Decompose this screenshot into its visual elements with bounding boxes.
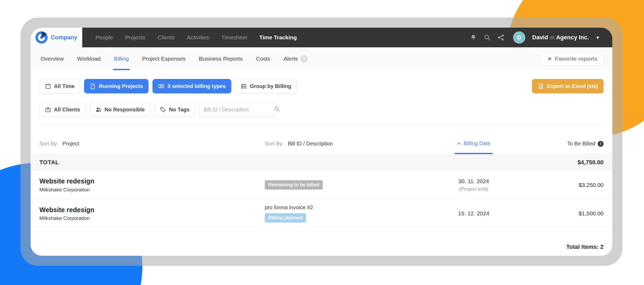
export-to-excel-label: Export to Excel (xls): [547, 83, 598, 89]
sort-by-project[interactable]: Sort By: Project: [39, 141, 265, 154]
billing-date-note: (Project end): [459, 186, 488, 192]
share-icon[interactable]: [498, 34, 505, 41]
favorite-reports-button[interactable]: ★ Favorite reports: [541, 52, 604, 65]
sort-by-bill-id-value: Bill ID / Description: [288, 141, 333, 146]
billing-date-column-label: Billing Date: [464, 140, 490, 146]
table-sort-header: Sort By: Project Sort By: Bill ID / Desc…: [31, 125, 612, 154]
user-avatar[interactable]: D: [513, 31, 525, 44]
bill-search-box: [199, 102, 277, 117]
top-nav-item-projects[interactable]: Projects: [125, 34, 145, 41]
top-nav-item-timesheet[interactable]: Timesheet: [221, 34, 247, 41]
billing-date-value: 15. 12. 2024: [458, 210, 489, 217]
sort-by-billing-date-active[interactable]: Billing Date: [455, 140, 493, 154]
project-name[interactable]: Website redesign: [39, 177, 265, 185]
favorite-reports-label: Favorite reports: [555, 56, 597, 62]
no-tags-label: No Tags: [169, 107, 189, 113]
billing-types-filter-button[interactable]: 3 selected billing types: [152, 79, 231, 93]
user-menu[interactable]: David at Agency Inc.: [532, 34, 589, 41]
total-row-amount: $4,750.00: [577, 159, 604, 166]
table-footer: Total Items: 2: [31, 244, 612, 250]
sort-by-label: Sort By:: [39, 141, 58, 146]
brand-label: Company: [51, 34, 77, 41]
star-icon: ★: [547, 55, 552, 62]
group-by-billing-label: Group by Billing: [250, 83, 291, 89]
section-tabs-bar: Overview Workload Billing Project Expens…: [31, 47, 612, 70]
running-projects-filter-button[interactable]: Running Projects: [84, 79, 148, 93]
sort-by-project-value: Project: [63, 141, 79, 146]
tab-costs[interactable]: Costs: [255, 47, 271, 70]
to-be-billed-header[interactable]: To Be Billed i: [567, 141, 604, 154]
no-tags-filter-button[interactable]: No Tags: [154, 102, 195, 117]
chevron-up-icon: [457, 142, 461, 145]
page-canvas: Company People Projects Clients Activiti…: [0, 0, 644, 285]
project-name[interactable]: Website redesign: [39, 206, 265, 214]
tab-project-expenses[interactable]: Project Expenses: [141, 47, 187, 70]
tab-alerts[interactable]: Alerts 0: [283, 47, 309, 70]
top-nav-right-group: D David at Agency Inc. ▾: [470, 28, 612, 47]
briefcase-icon: [45, 107, 51, 113]
alerts-count-badge: 0: [300, 55, 308, 62]
group-by-billing-button[interactable]: Group by Billing: [235, 79, 297, 93]
all-time-label: All Time: [54, 83, 75, 89]
top-nav-item-clients[interactable]: Clients: [158, 34, 175, 41]
no-responsible-label: No Responsible: [105, 107, 145, 113]
total-items-label: Total Items:: [566, 244, 599, 250]
users-icon: [95, 106, 102, 113]
tab-business-reports[interactable]: Business Reports: [198, 47, 244, 70]
document-icon: [90, 83, 96, 89]
tab-workload[interactable]: Workload: [76, 47, 102, 70]
billing-date-value: 30. 11. 2024: [458, 178, 489, 185]
toolbar-divider: [39, 125, 604, 125]
search-submit-icon[interactable]: [274, 106, 280, 113]
export-to-excel-button[interactable]: Export to Excel (xls): [532, 79, 604, 93]
top-nav-items: People Projects Clients Activities Times…: [96, 28, 297, 47]
user-menu-caret-down-icon[interactable]: ▾: [596, 34, 599, 41]
top-nav-item-time-tracking[interactable]: Time Tracking: [259, 34, 297, 41]
total-items-counter: Total Items: 2: [566, 244, 604, 250]
tab-alerts-label: Alerts: [284, 56, 298, 62]
search-icon[interactable]: [484, 34, 491, 41]
all-clients-label: All Clients: [54, 107, 80, 113]
all-time-filter-button[interactable]: All Time: [39, 79, 80, 93]
tag-icon: [160, 107, 166, 113]
status-badge: Billing planned: [265, 213, 306, 223]
tab-overview[interactable]: Overview: [39, 47, 65, 70]
table-row[interactable]: Website redesign Milkshake Corporation R…: [31, 170, 612, 200]
filters-row-2: All Clients No Responsible No Tags: [39, 102, 604, 117]
to-be-billed-amount: $1,500.00: [579, 210, 604, 217]
app-logo-icon: [35, 31, 48, 44]
sort-by-bill-id[interactable]: Sort By: Bill ID / Description: [265, 141, 333, 154]
bill-search-input[interactable]: [204, 107, 274, 113]
user-name: David: [532, 34, 548, 41]
excel-file-icon: [538, 83, 544, 89]
billing-types-label: 3 selected billing types: [167, 83, 226, 89]
banknote-icon: [158, 83, 164, 89]
table-row[interactable]: Website redesign Milkshake Corporation p…: [31, 200, 612, 228]
filters-toolbar: All Time Running Projects 3 selected bil…: [31, 70, 612, 125]
sort-by-label-2: Sort By:: [265, 141, 284, 146]
table-total-row: TOTAL $4,750.00: [31, 154, 612, 170]
filters-row-1: All Time Running Projects 3 selected bil…: [39, 79, 604, 93]
total-items-value: 2: [600, 244, 604, 250]
calendar-icon: [45, 83, 51, 89]
all-clients-filter-button[interactable]: All Clients: [39, 102, 86, 117]
info-icon[interactable]: i: [598, 141, 604, 147]
to-be-billed-label: To Be Billed: [567, 141, 595, 147]
client-name: Milkshake Corporation: [39, 187, 265, 193]
total-row-label: TOTAL: [39, 159, 265, 166]
top-nav-item-people[interactable]: People: [96, 34, 113, 41]
status-badge: Remaining to be billed: [265, 180, 323, 190]
user-company: Agency Inc.: [556, 34, 589, 41]
app-window: Company People Projects Clients Activiti…: [31, 28, 612, 256]
tab-billing[interactable]: Billing: [113, 47, 130, 70]
notifications-bell-icon[interactable]: [470, 34, 477, 41]
top-nav-item-activities[interactable]: Activities: [187, 34, 209, 41]
to-be-billed-amount: $3,250.00: [579, 182, 604, 188]
user-at-label: at: [550, 34, 555, 41]
top-navigation-bar: Company People Projects Clients Activiti…: [31, 28, 612, 47]
brand-tab-company[interactable]: Company: [31, 28, 82, 47]
client-name: Milkshake Corporation: [39, 215, 265, 221]
group-list-icon: [241, 83, 247, 89]
no-responsible-filter-button[interactable]: No Responsible: [90, 102, 150, 117]
bill-description: pro forma invoice #2: [265, 204, 313, 211]
